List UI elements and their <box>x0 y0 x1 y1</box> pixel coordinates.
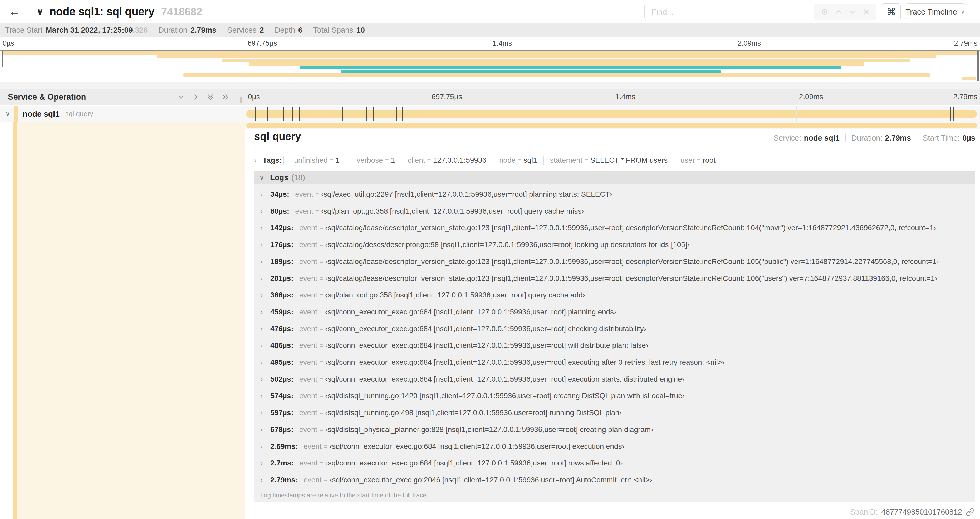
view-selector-button[interactable]: Trace Timeline ∨ <box>905 3 965 20</box>
link-icon[interactable] <box>966 508 974 516</box>
log-row[interactable]: ›597µs:event=‹sql/distsql_running.go:498… <box>260 407 972 419</box>
log-event-tick <box>950 107 951 121</box>
log-row[interactable]: ›366µs:event=‹sql/plan_opt.go:358 [nsql1… <box>260 289 972 301</box>
row-controls <box>177 89 229 105</box>
log-equals: = <box>324 443 328 450</box>
trace-title-group[interactable]: ∨ node sql1: sql query 7418682 <box>37 0 202 23</box>
span-row-name-column[interactable]: ∨ node sql1 sql query <box>0 106 245 122</box>
log-field-key: event <box>299 325 317 333</box>
chevron-right-icon[interactable]: › <box>260 291 270 299</box>
log-row[interactable]: ›2.69ms:event=‹sql/conn_executor_exec.go… <box>260 441 972 452</box>
command-icon: ⌘ <box>886 6 896 18</box>
log-row[interactable]: ›574µs:event=‹sql/distsql_running.go:142… <box>260 390 972 402</box>
logs-header[interactable]: ∨ Logs (18) <box>254 171 975 184</box>
row-expand-icon[interactable]: ∨ <box>5 110 14 118</box>
find-input[interactable] <box>644 4 814 19</box>
chevron-right-icon[interactable]: › <box>260 375 270 383</box>
log-equals: = <box>319 342 323 349</box>
tag-value: root <box>703 156 716 164</box>
chevron-right-icon[interactable]: › <box>260 325 270 333</box>
detail-stat-label: Duration: <box>851 134 883 142</box>
tag-pill[interactable]: _verbose=1 <box>346 156 401 165</box>
chevron-right-icon[interactable]: › <box>260 274 270 283</box>
back-button[interactable]: ← <box>0 0 29 23</box>
log-row[interactable]: ›2.79ms:event=‹sql/conn_executor_exec.go… <box>260 474 972 486</box>
log-row[interactable]: ›80µs:event=‹sql/plan_opt.go:358 [nsql1,… <box>260 205 972 217</box>
trace-minimap[interactable] <box>0 50 980 81</box>
tags-section[interactable]: › Tags: _unfinished=1_verbose=1client=12… <box>254 154 975 166</box>
keyboard-shortcuts-button[interactable]: ⌘ <box>882 3 901 20</box>
chevron-right-icon[interactable]: › <box>260 341 270 350</box>
tag-pill[interactable]: user=root <box>674 156 722 165</box>
log-row[interactable]: ›495µs:event=‹sql/conn_executor_exec.go:… <box>260 356 972 369</box>
chevron-right-icon[interactable]: › <box>260 358 270 367</box>
tag-pill[interactable]: node=sql1 <box>493 156 544 165</box>
log-row[interactable]: ›678µs:event=‹sql/distsql_physical_plann… <box>260 423 972 436</box>
tag-pill[interactable]: _unfinished=1 <box>283 156 346 165</box>
minimap-right-handle[interactable] <box>977 51 979 81</box>
chevron-right-icon[interactable]: › <box>260 190 270 199</box>
chevron-right-icon[interactable]: › <box>260 257 270 266</box>
log-row[interactable]: ›502µs:event=‹sql/conn_executor_exec.go:… <box>260 373 972 385</box>
chevron-right-icon[interactable]: › <box>260 224 270 232</box>
chevron-down-icon: ∨ <box>961 8 965 15</box>
trace-id: 7418682 <box>161 6 202 18</box>
chevron-right-icon[interactable]: › <box>260 391 270 400</box>
log-row[interactable]: ›486µs:event=‹sql/conn_executor_exec.go:… <box>260 339 972 351</box>
span-duration-bar-detail[interactable] <box>246 123 977 128</box>
column-resizer-handle[interactable]: ∥ <box>239 96 243 104</box>
span-duration-bar[interactable] <box>246 110 977 118</box>
span-bar-track[interactable] <box>245 106 980 122</box>
chevron-right-icon[interactable]: › <box>260 241 270 249</box>
chevron-right-icon[interactable]: › <box>260 409 270 417</box>
chevron-right-icon[interactable]: › <box>260 442 270 451</box>
logs-list: Log timestamps are relative to the start… <box>254 184 975 502</box>
chevron-right-icon[interactable]: › <box>260 459 270 467</box>
collapse-trace-icon[interactable]: ∨ <box>37 6 44 17</box>
detail-stat-value: 0µs <box>963 134 975 142</box>
log-row[interactable]: ›2.7ms:event=‹sql/conn_executor_exec.go:… <box>260 457 972 469</box>
log-field-value: ‹sql/conn_executor_exec.go:684 [nsql1,cl… <box>325 325 646 333</box>
span-row-node-sql1[interactable]: ∨ node sql1 sql query <box>0 106 980 122</box>
log-event-tick <box>377 107 378 121</box>
chevron-right-icon[interactable]: › <box>254 156 257 165</box>
log-row[interactable]: ›201µs:event=‹sql/catalog/lease/descript… <box>260 272 972 284</box>
log-field-key: event <box>299 459 318 467</box>
minimap-left-handle[interactable] <box>2 51 3 67</box>
summary-value: 6 <box>298 26 302 35</box>
expand-one-icon[interactable] <box>192 93 200 101</box>
tag-pill[interactable]: client=127.0.0.1:59936 <box>401 156 493 165</box>
chevron-down-icon[interactable]: ∨ <box>259 174 264 182</box>
log-field-value: ‹sql/catalog/lease/descriptor_version_st… <box>325 224 936 232</box>
log-event-tick <box>292 107 293 121</box>
log-row[interactable]: ›459µs:event=‹sql/conn_executor_exec.go:… <box>260 306 972 318</box>
collapse-one-icon[interactable] <box>177 93 185 101</box>
expand-all-icon[interactable] <box>221 93 229 101</box>
chevron-right-icon[interactable]: › <box>260 476 270 484</box>
log-row[interactable]: ›176µs:event=‹sql/catalog/descs/descript… <box>260 239 972 251</box>
log-row[interactable]: ›189µs:event=‹sql/catalog/lease/descript… <box>260 256 972 268</box>
locate-icon[interactable] <box>821 8 829 16</box>
log-row[interactable]: ›476µs:event=‹sql/conn_executor_exec.go:… <box>260 323 972 335</box>
tag-pill[interactable]: statement=SELECT * FROM users <box>544 156 674 165</box>
collapse-all-icon[interactable] <box>207 93 215 101</box>
summary-value: 2 <box>260 26 264 35</box>
log-event-tick <box>373 107 374 121</box>
chevron-right-icon[interactable]: › <box>260 207 270 216</box>
log-event-tick <box>255 107 256 121</box>
find-clear-icon[interactable]: ✕ <box>863 7 870 17</box>
log-row[interactable]: ›34µs:event=‹sql/exec_util.go:2297 [nsql… <box>260 188 972 200</box>
log-event-tick <box>371 107 371 121</box>
log-timestamp: 678µs: <box>270 425 293 434</box>
summary-value: March 31 2022, 17:25:09 <box>46 26 133 35</box>
minimap-axis-labels: 0µs697.75µs1.4ms2.09ms2.79ms <box>0 37 980 50</box>
find-next-icon[interactable] <box>849 8 857 16</box>
find-prev-icon[interactable] <box>835 8 843 16</box>
log-field-key: event <box>299 291 317 299</box>
log-timestamp: 34µs: <box>270 190 289 199</box>
detail-stat-divider <box>845 134 846 142</box>
chevron-right-icon[interactable]: › <box>260 425 270 434</box>
chevron-right-icon[interactable]: › <box>260 308 270 316</box>
log-row[interactable]: ›142µs:event=‹sql/catalog/lease/descript… <box>260 222 972 234</box>
service-operation-header: Service & Operation ∥ <box>0 89 245 105</box>
